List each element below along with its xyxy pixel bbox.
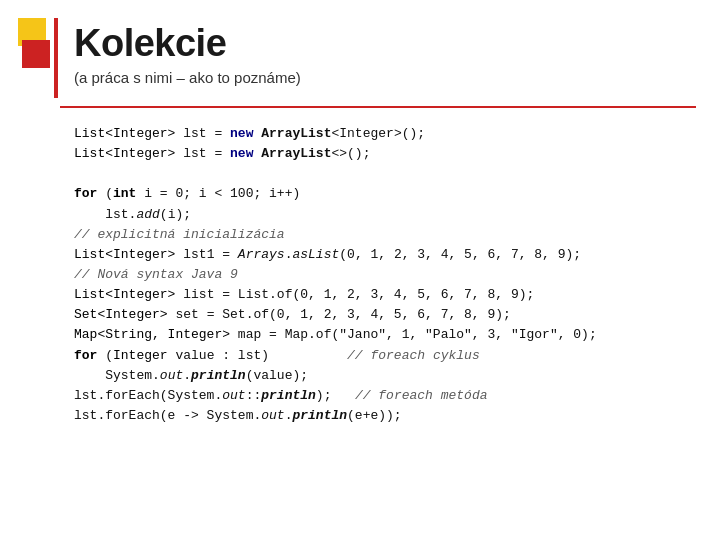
code-line-15: lst.forEach(e -> System.out.println(e+e)… <box>74 406 696 426</box>
divider <box>60 106 696 108</box>
main-content: Kolekcie (a práca s nimi – ako to poznám… <box>60 0 720 540</box>
code-line-5: lst.add(i); <box>74 205 696 225</box>
code-line-7: List<Integer> lst1 = Arrays.asList(0, 1,… <box>74 245 696 265</box>
code-line-empty <box>74 164 696 184</box>
code-line-8: // Nová syntax Java 9 <box>74 265 696 285</box>
page-subtitle: (a práca s nimi – ako to poznáme) <box>74 69 696 86</box>
code-line-10: Set<Integer> set = Set.of(0, 1, 2, 3, 4,… <box>74 305 696 325</box>
deco-red-square <box>22 40 50 68</box>
code-line-11: Map<String, Integer> map = Map.of("Jano"… <box>74 325 696 345</box>
deco-red-line <box>54 18 58 98</box>
code-line-14: lst.forEach(System.out::println); // for… <box>74 386 696 406</box>
code-line-9: List<Integer> list = List.of(0, 1, 2, 3,… <box>74 285 696 305</box>
code-line-12: for (Integer value : lst) // foreach cyk… <box>74 346 696 366</box>
code-line-1: List<Integer> lst = new ArrayList<Intege… <box>74 124 696 144</box>
page-title: Kolekcie <box>74 22 696 65</box>
decoration <box>18 18 58 88</box>
code-block: List<Integer> lst = new ArrayList<Intege… <box>74 124 696 426</box>
code-line-2: List<Integer> lst = new ArrayList<>(); <box>74 144 696 164</box>
code-line-6: // explicitná inicializácia <box>74 225 696 245</box>
code-line-13: System.out.println(value); <box>74 366 696 386</box>
code-line-4: for (int i = 0; i < 100; i++) <box>74 184 696 204</box>
